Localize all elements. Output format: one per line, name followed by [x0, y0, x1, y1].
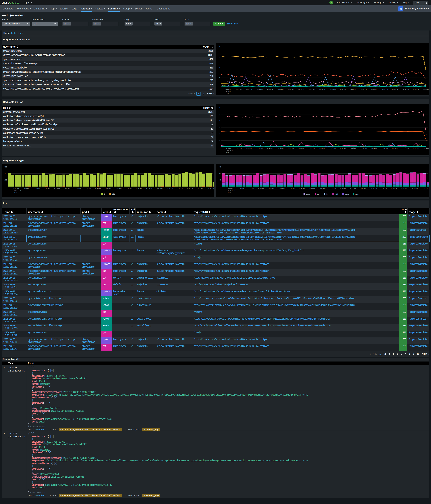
svg-text:2025: 2025 — [228, 192, 231, 193]
svg-text:11:30 AM: 11:30 AM — [257, 88, 262, 90]
svg-text:11:27 AM: 11:27 AM — [34, 188, 40, 189]
svg-text:11:36 AM: 11:36 AM — [277, 88, 283, 90]
svg-text:12:15 PM: 12:15 PM — [413, 88, 419, 90]
svg-text:25: 25 — [219, 140, 220, 141]
svg-text:watch: watch — [355, 193, 359, 195]
svg-text:11:54 AM: 11:54 AM — [340, 148, 346, 149]
svg-text:100: 100 — [218, 120, 220, 122]
svg-text:12:09 PM: 12:09 PM — [177, 188, 183, 189]
svg-text:11:27 AM: 11:27 AM — [246, 88, 252, 90]
svg-text:11:30 AM: 11:30 AM — [44, 188, 50, 189]
svg-text:11:51 AM: 11:51 AM — [329, 148, 336, 149]
svg-text:100: 100 — [219, 179, 221, 181]
svg-text:11:27 AM: 11:27 AM — [248, 188, 254, 189]
svg-text:11:24 AM: 11:24 AM — [236, 148, 242, 149]
svg-text:200: 200 — [104, 193, 106, 195]
svg-text:50: 50 — [219, 133, 220, 135]
svg-text:300: 300 — [4, 166, 7, 168]
svg-text:12:00 PM: 12:00 PM — [360, 188, 366, 189]
svg-text:12:15 PM: 12:15 PM — [411, 188, 418, 189]
svg-text:200: 200 — [4, 173, 7, 174]
svg-text:11:42 AM: 11:42 AM — [298, 148, 304, 149]
svg-text:11:42 AM: 11:42 AM — [85, 188, 91, 189]
svg-text:11:39 AM: 11:39 AM — [75, 188, 81, 189]
svg-text:11:57 AM: 11:57 AM — [350, 148, 356, 149]
svg-text:12:18 PM: 12:18 PM — [422, 188, 428, 189]
svg-text:125: 125 — [218, 114, 220, 115]
svg-text:11:21 AM: 11:21 AM — [13, 188, 19, 189]
svg-text:201: 201 — [112, 193, 115, 195]
svg-text:12:12 PM: 12:12 PM — [187, 188, 193, 189]
svg-text:11:27 AM: 11:27 AM — [246, 148, 252, 149]
svg-text:11:57 AM: 11:57 AM — [136, 188, 142, 189]
svg-text:Mon Oct 20: Mon Oct 20 — [226, 150, 233, 152]
svg-text:11:33 AM: 11:33 AM — [54, 188, 60, 189]
svg-text:12:06 PM: 12:06 PM — [381, 188, 387, 189]
svg-text:12:18 PM: 12:18 PM — [423, 148, 429, 149]
svg-text:11:30 AM: 11:30 AM — [257, 148, 262, 149]
svg-text:11:48 AM: 11:48 AM — [319, 148, 325, 149]
svg-text:11:24 AM: 11:24 AM — [23, 188, 29, 189]
svg-text:11:54 AM: 11:54 AM — [340, 188, 346, 189]
svg-text:12:15 PM: 12:15 PM — [197, 188, 203, 189]
svg-text:11:36 AM: 11:36 AM — [279, 188, 285, 189]
svg-text:12:00 PM: 12:00 PM — [146, 188, 152, 189]
svg-text:2025: 2025 — [14, 192, 17, 193]
svg-text:create: create — [306, 193, 310, 195]
svg-text:11:54 AM: 11:54 AM — [126, 188, 132, 189]
svg-text:12:18 PM: 12:18 PM — [423, 88, 429, 90]
svg-text:update: update — [345, 193, 349, 195]
svg-text:2025: 2025 — [226, 92, 229, 94]
svg-text:Mon Oct 20: Mon Oct 20 — [226, 90, 233, 92]
svg-text:11:30 AM: 11:30 AM — [258, 188, 264, 189]
svg-text:11:39 AM: 11:39 AM — [288, 88, 294, 90]
svg-text:11:42 AM: 11:42 AM — [299, 188, 305, 189]
svg-text:11:33 AM: 11:33 AM — [268, 188, 274, 189]
svg-text:75: 75 — [219, 126, 220, 128]
svg-text:12:06 PM: 12:06 PM — [382, 148, 388, 149]
svg-text:12:03 PM: 12:03 PM — [156, 188, 162, 189]
svg-text:11:33 AM: 11:33 AM — [267, 148, 273, 149]
svg-text:12:00 PM: 12:00 PM — [361, 148, 367, 149]
svg-text:12:18 PM: 12:18 PM — [207, 188, 214, 189]
svg-text:200: 200 — [219, 173, 221, 174]
svg-text:40: 40 — [219, 66, 220, 68]
svg-text:12:06 PM: 12:06 PM — [382, 88, 388, 90]
svg-text:list: list — [326, 193, 328, 195]
svg-text:12:12 PM: 12:12 PM — [403, 88, 409, 90]
svg-text:patch: patch — [335, 193, 338, 195]
svg-text:12:06 PM: 12:06 PM — [167, 188, 173, 189]
svg-text:20: 20 — [219, 77, 220, 78]
svg-text:12:09 PM: 12:09 PM — [392, 88, 398, 90]
svg-text:11:48 AM: 11:48 AM — [105, 188, 111, 189]
svg-text:11:57 AM: 11:57 AM — [350, 188, 356, 189]
svg-text:11:45 AM: 11:45 AM — [309, 88, 315, 90]
svg-text:60: 60 — [219, 56, 220, 58]
svg-text:11:48 AM: 11:48 AM — [319, 188, 326, 189]
svg-text:11:48 AM: 11:48 AM — [319, 88, 325, 90]
svg-text:300: 300 — [219, 166, 221, 168]
svg-text:150: 150 — [218, 107, 220, 108]
svg-text:11:21 AM: 11:21 AM — [227, 188, 233, 189]
svg-text:12:09 PM: 12:09 PM — [391, 188, 397, 189]
svg-text:11:36 AM: 11:36 AM — [64, 188, 70, 189]
svg-text:11:45 AM: 11:45 AM — [309, 148, 315, 149]
svg-text:11:54 AM: 11:54 AM — [340, 88, 346, 90]
svg-text:12:03 PM: 12:03 PM — [371, 88, 377, 90]
svg-text:12:09 PM: 12:09 PM — [392, 148, 398, 149]
svg-text:11:51 AM: 11:51 AM — [330, 188, 336, 189]
svg-text:11:24 AM: 11:24 AM — [236, 88, 242, 90]
svg-text:2025: 2025 — [226, 152, 229, 153]
svg-text:11:51 AM: 11:51 AM — [329, 88, 336, 90]
svg-text:12:00 PM: 12:00 PM — [361, 88, 367, 90]
svg-text:get: get — [317, 193, 319, 195]
svg-text:11:45 AM: 11:45 AM — [309, 188, 315, 189]
svg-text:12:12 PM: 12:12 PM — [403, 148, 409, 149]
svg-text:11:39 AM: 11:39 AM — [289, 188, 295, 189]
svg-text:11:57 AM: 11:57 AM — [350, 88, 356, 90]
svg-text:12:03 PM: 12:03 PM — [371, 148, 377, 149]
svg-text:12:12 PM: 12:12 PM — [401, 188, 407, 189]
svg-text:11:36 AM: 11:36 AM — [277, 148, 283, 149]
svg-text:11:39 AM: 11:39 AM — [288, 148, 294, 149]
svg-text:Mon Oct 20: Mon Oct 20 — [14, 189, 21, 191]
